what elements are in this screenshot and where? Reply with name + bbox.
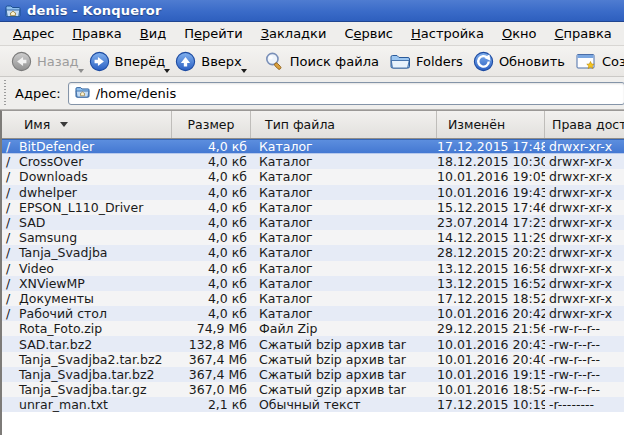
file-size-cell: 4,0 кб bbox=[172, 169, 251, 184]
menu-item[interactable]: Окно bbox=[493, 24, 546, 43]
menu-item[interactable]: Вид bbox=[131, 24, 175, 43]
header-modified[interactable]: Изменён bbox=[437, 111, 545, 138]
file-size-cell: 367,4 Мб bbox=[172, 367, 251, 382]
forward-button[interactable]: Вперёд bbox=[85, 47, 172, 75]
file-modified-cell: 10.01.2016 18:52 bbox=[437, 382, 545, 397]
file-type-cell: Каталог bbox=[251, 154, 437, 169]
table-row[interactable]: Tanja_Svadjba2.tar.bz2 367,4 Мб Сжатый b… bbox=[2, 352, 624, 367]
refresh-label: Обновить bbox=[499, 54, 565, 69]
file-type-cell: Каталог bbox=[251, 139, 437, 154]
table-row[interactable]: Tanja_Svadjba.tar.bz2 367,4 Мб Сжатый bz… bbox=[2, 367, 624, 382]
back-dropdown-arrow[interactable] bbox=[78, 69, 84, 73]
menu-item[interactable]: Настройка bbox=[402, 24, 493, 43]
menu-item[interactable]: Справка bbox=[545, 24, 620, 43]
menu-item[interactable]: Адрес bbox=[4, 24, 63, 43]
table-row[interactable]: SAD.tar.bz2 132,8 Мб Сжатый bzip архив t… bbox=[2, 336, 624, 351]
titlebar[interactable]: denis - Konqueror bbox=[0, 0, 624, 22]
file-type-cell: Сжатый bzip архив tar bbox=[251, 367, 437, 382]
table-row[interactable]: /XNViewMP 4,0 кб Каталог 13.12.2015 16:5… bbox=[2, 276, 624, 291]
file-type-cell: Сжатый bzip архив tar bbox=[251, 337, 437, 352]
address-label: Адрес: bbox=[15, 86, 61, 101]
file-size-cell: 4,0 кб bbox=[172, 291, 251, 306]
table-row[interactable]: /dwhelper 4,0 кб Каталог 10.01.2016 19:4… bbox=[2, 185, 624, 200]
menu-item[interactable]: Сервис bbox=[335, 24, 402, 43]
main-toolbar: Назад Вперёд Вверх bbox=[0, 46, 624, 77]
table-row[interactable]: /BitDefender 4,0 кб Каталог 17.12.2015 1… bbox=[2, 139, 624, 154]
table-row[interactable]: /Рабочий стол 4,0 кб Каталог 10.01.2016 … bbox=[2, 306, 624, 321]
file-modified-cell: 14.12.2015 11:29 bbox=[437, 230, 545, 245]
up-button[interactable]: Вверх bbox=[171, 47, 248, 75]
address-value: /home/denis bbox=[96, 86, 177, 101]
list-header: Имя Размер Тип файла Изменён Права досту… bbox=[2, 111, 624, 139]
forward-icon bbox=[89, 51, 110, 72]
file-permissions-cell: -rw-r--r-- bbox=[545, 321, 624, 336]
dir-slash-icon: / bbox=[6, 200, 19, 215]
table-row[interactable]: /CrossOver 4,0 кб Каталог 18.12.2015 10:… bbox=[2, 154, 624, 169]
menu-item[interactable]: Перейти bbox=[175, 24, 252, 43]
header-name[interactable]: Имя bbox=[2, 111, 172, 138]
file-type-cell: Каталог bbox=[251, 215, 437, 230]
forward-dropdown-arrow[interactable] bbox=[164, 69, 170, 73]
back-label: Назад bbox=[37, 54, 79, 69]
table-row[interactable]: /EPSON_L110_Driver 4,0 кб Каталог 15.12.… bbox=[2, 200, 624, 215]
file-permissions-cell: drwxr-xr-x bbox=[545, 230, 624, 245]
header-permissions[interactable]: Права доступа bbox=[545, 111, 624, 138]
forward-label: Вперёд bbox=[115, 54, 166, 69]
address-input[interactable]: /home/denis bbox=[68, 82, 624, 105]
table-row[interactable]: /Video 4,0 кб Каталог 13.12.2015 16:58 d… bbox=[2, 261, 624, 276]
dir-slash-icon: / bbox=[6, 306, 19, 321]
up-label: Вверх bbox=[201, 54, 242, 69]
file-permissions-cell: drwxr-xr-x bbox=[545, 169, 624, 184]
file-size-cell: 4,0 кб bbox=[172, 139, 251, 154]
file-modified-cell: 17.12.2015 17:48 bbox=[437, 139, 545, 154]
file-modified-cell: 17.12.2015 18:52 bbox=[437, 291, 545, 306]
file-name-cell: /Рабочий стол bbox=[2, 306, 172, 321]
file-list: /BitDefender 4,0 кб Каталог 17.12.2015 1… bbox=[2, 139, 624, 435]
file-size-cell: 2,1 кб bbox=[172, 397, 251, 412]
table-row[interactable]: /Downloads 4,0 кб Каталог 10.01.2016 19:… bbox=[2, 169, 624, 184]
file-modified-cell: 28.12.2015 20:23 bbox=[437, 245, 545, 260]
file-name-cell: /Документы bbox=[2, 291, 172, 306]
menu-item[interactable]: Закладки bbox=[252, 24, 336, 43]
file-type-cell: Файл Zip bbox=[251, 321, 437, 336]
table-row[interactable]: /Tanja_Svadjba 4,0 кб Каталог 28.12.2015… bbox=[2, 245, 624, 260]
file-permissions-cell: -r-------- bbox=[545, 397, 624, 412]
new-window-star-icon bbox=[575, 51, 597, 72]
folders-label: Folders bbox=[416, 54, 463, 69]
home-folder-icon bbox=[5, 3, 21, 19]
refresh-button[interactable]: Обновить bbox=[469, 47, 571, 75]
header-size[interactable]: Размер bbox=[172, 111, 251, 138]
file-size-cell: 132,8 Мб bbox=[172, 337, 251, 352]
file-name-cell: Tanja_Svadjba.tar.bz2 bbox=[2, 367, 172, 382]
folders-button[interactable]: Folders bbox=[385, 47, 469, 75]
file-name-cell: /Downloads bbox=[2, 169, 172, 184]
back-icon bbox=[11, 51, 32, 72]
file-size-cell: 4,0 кб bbox=[172, 306, 251, 321]
dir-slash-icon bbox=[6, 382, 19, 397]
table-row[interactable]: unrar_man.txt 2,1 кб Обычный текст 17.12… bbox=[2, 397, 624, 412]
file-modified-cell: 10.01.2016 19:05 bbox=[437, 169, 545, 184]
find-file-button[interactable]: Поиск файла bbox=[260, 47, 385, 75]
table-row[interactable]: Tanja_Svadjba.tar.gz 367,0 Мб Сжатый gzi… bbox=[2, 382, 624, 397]
file-permissions-cell: drwxr-xr-x bbox=[545, 261, 624, 276]
location-drag-handle[interactable] bbox=[3, 80, 8, 106]
file-modified-cell: 15.12.2015 17:46 bbox=[437, 200, 545, 215]
file-size-cell: 4,0 кб bbox=[172, 276, 251, 291]
file-name-cell: /BitDefender bbox=[2, 139, 172, 154]
table-row[interactable]: Rota_Foto.zip 74,9 Мб Файл Zip 29.12.201… bbox=[2, 321, 624, 336]
file-permissions-cell: -rw-r--r-- bbox=[545, 367, 624, 382]
header-type[interactable]: Тип файла bbox=[251, 111, 437, 138]
menu-item[interactable]: Правка bbox=[63, 24, 130, 43]
table-row[interactable]: /SAD 4,0 кб Каталог 23.07.2014 17:23 drw… bbox=[2, 215, 624, 230]
table-row[interactable]: /Документы 4,0 кб Каталог 17.12.2015 18:… bbox=[2, 291, 624, 306]
file-modified-cell: 13.12.2015 16:52 bbox=[437, 276, 545, 291]
table-row[interactable]: /Samsung 4,0 кб Каталог 14.12.2015 11:29… bbox=[2, 230, 624, 245]
dir-slash-icon bbox=[6, 337, 19, 352]
file-size-cell: 4,0 кб bbox=[172, 215, 251, 230]
back-button[interactable]: Назад bbox=[7, 47, 85, 75]
up-dropdown-arrow[interactable] bbox=[241, 69, 247, 73]
find-file-label: Поиск файла bbox=[290, 54, 379, 69]
file-name-cell: /Video bbox=[2, 261, 172, 276]
file-type-cell: Каталог bbox=[251, 230, 437, 245]
new-folder-button[interactable]: Создать папку bbox=[571, 47, 624, 75]
